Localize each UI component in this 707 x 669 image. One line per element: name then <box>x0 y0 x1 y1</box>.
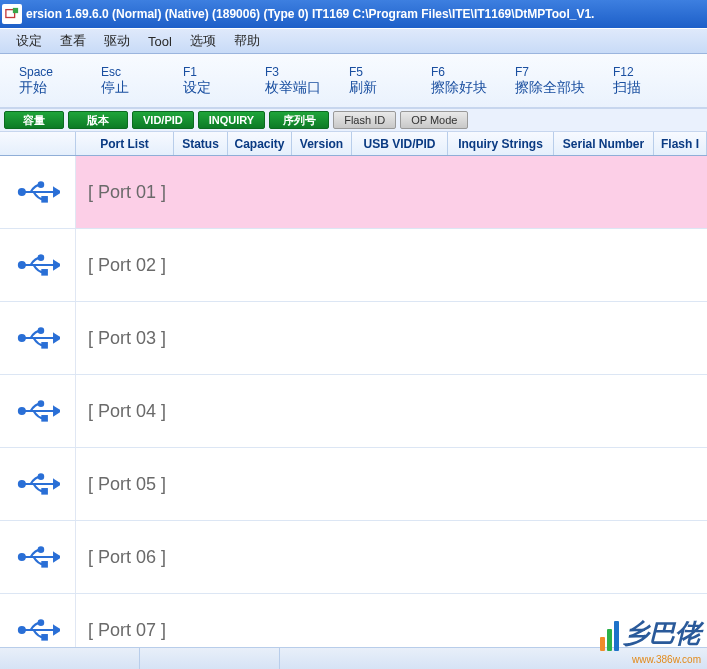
tab-op-mode[interactable]: OP Mode <box>400 111 468 129</box>
svg-point-10 <box>38 255 42 259</box>
port-label: [ Port 06 ] <box>76 547 707 568</box>
refresh-button[interactable]: F5 刷新 <box>334 60 414 101</box>
ports-list: [ Port 01 ][ Port 02 ][ Port 03 ][ Port … <box>0 156 707 667</box>
tab--[interactable]: 版本 <box>68 111 128 129</box>
start-key: Space <box>19 65 53 79</box>
port-label: [ Port 05 ] <box>76 474 707 495</box>
svg-marker-24 <box>54 480 60 487</box>
svg-marker-14 <box>54 334 60 341</box>
start-label: 开始 <box>19 79 47 97</box>
tab-vid-pid[interactable]: VID/PID <box>132 111 194 129</box>
svg-rect-6 <box>42 197 46 201</box>
settings-button[interactable]: F1 设定 <box>168 60 248 101</box>
usb-icon <box>0 229 76 301</box>
svg-point-5 <box>38 182 42 186</box>
usb-icon <box>0 375 76 447</box>
port-row[interactable]: [ Port 05 ] <box>0 448 707 521</box>
start-button[interactable]: Space 开始 <box>4 60 84 101</box>
svg-rect-36 <box>42 635 46 639</box>
col-flash-id[interactable]: Flash I <box>654 132 707 155</box>
usb-icon <box>0 521 76 593</box>
usb-icon <box>0 448 76 520</box>
tab--[interactable]: 容量 <box>4 111 64 129</box>
app-icon <box>2 4 22 24</box>
svg-rect-31 <box>42 562 46 566</box>
menu-help[interactable]: 帮助 <box>226 30 268 52</box>
svg-point-15 <box>38 328 42 332</box>
svg-point-25 <box>38 474 42 478</box>
svg-rect-26 <box>42 489 46 493</box>
col-port-list[interactable]: Port List <box>76 132 174 155</box>
column-headers: Port List Status Capacity Version USB VI… <box>0 132 707 156</box>
svg-rect-16 <box>42 343 46 347</box>
svg-rect-21 <box>42 416 46 420</box>
col-capacity[interactable]: Capacity <box>228 132 292 155</box>
port-row[interactable]: [ Port 04 ] <box>0 375 707 448</box>
scan-button[interactable]: F12 扫描 <box>598 60 678 101</box>
tabbar: 容量版本VID/PIDINQUIRY序列号Flash IDOP Mode <box>0 108 707 132</box>
port-row[interactable]: [ Port 06 ] <box>0 521 707 594</box>
statusbar <box>0 647 707 669</box>
col-inquiry[interactable]: Inquiry Strings <box>448 132 554 155</box>
statusbar-segment <box>140 648 280 669</box>
svg-marker-4 <box>54 188 60 195</box>
port-label: [ Port 02 ] <box>76 255 707 276</box>
tab-inquiry[interactable]: INQUIRY <box>198 111 265 129</box>
title-text: ersion 1.69.6.0 (Normal) (Native) (18900… <box>26 7 594 21</box>
port-row[interactable]: [ Port 01 ] <box>0 156 707 229</box>
enumerate-ports-button[interactable]: F3 枚举端口 <box>250 60 332 101</box>
svg-point-20 <box>38 401 42 405</box>
erase-all-blocks-button[interactable]: F7 擦除全部块 <box>500 60 596 101</box>
svg-rect-1 <box>13 8 18 13</box>
toolbar: Space 开始 Esc 停止 F1 设定 F3 枚举端口 F5 刷新 F6 擦… <box>0 54 707 108</box>
col-serial[interactable]: Serial Number <box>554 132 654 155</box>
port-row[interactable]: [ Port 03 ] <box>0 302 707 375</box>
svg-point-35 <box>38 620 42 624</box>
svg-rect-11 <box>42 270 46 274</box>
usb-icon <box>0 302 76 374</box>
menubar: 设定 查看 驱动 Tool 选项 帮助 <box>0 28 707 54</box>
col-icon[interactable] <box>0 132 76 155</box>
col-vid-pid[interactable]: USB VID/PID <box>352 132 448 155</box>
svg-marker-29 <box>54 553 60 560</box>
tab--[interactable]: 序列号 <box>269 111 329 129</box>
menu-view[interactable]: 查看 <box>52 30 94 52</box>
svg-marker-19 <box>54 407 60 414</box>
port-label: [ Port 07 ] <box>76 620 707 641</box>
usb-icon <box>0 156 76 228</box>
statusbar-segment <box>0 648 140 669</box>
port-label: [ Port 04 ] <box>76 401 707 422</box>
svg-marker-9 <box>54 261 60 268</box>
menu-settings[interactable]: 设定 <box>8 30 50 52</box>
port-label: [ Port 01 ] <box>76 182 707 203</box>
col-version[interactable]: Version <box>292 132 352 155</box>
menu-options[interactable]: 选项 <box>182 30 224 52</box>
stop-button[interactable]: Esc 停止 <box>86 60 166 101</box>
svg-marker-34 <box>54 626 60 633</box>
titlebar: ersion 1.69.6.0 (Normal) (Native) (18900… <box>0 0 707 28</box>
menu-tool[interactable]: Tool <box>140 32 180 51</box>
port-label: [ Port 03 ] <box>76 328 707 349</box>
svg-point-30 <box>38 547 42 551</box>
port-row[interactable]: [ Port 02 ] <box>0 229 707 302</box>
menu-driver[interactable]: 驱动 <box>96 30 138 52</box>
tab-flash-id[interactable]: Flash ID <box>333 111 396 129</box>
col-status[interactable]: Status <box>174 132 228 155</box>
erase-good-blocks-button[interactable]: F6 擦除好块 <box>416 60 498 101</box>
